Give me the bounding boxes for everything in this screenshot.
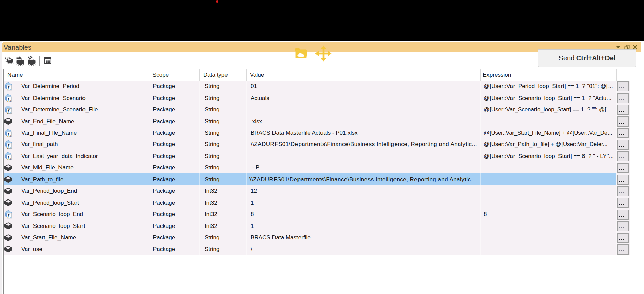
svg-text:x: x — [9, 111, 11, 114]
svg-text:x: x — [9, 99, 11, 102]
svg-text:x: x — [9, 215, 11, 218]
svg-text:x: x — [9, 87, 11, 90]
svg-text:x: x — [9, 145, 11, 149]
svg-text:x: x — [9, 157, 11, 160]
svg-text:x: x — [9, 134, 11, 137]
